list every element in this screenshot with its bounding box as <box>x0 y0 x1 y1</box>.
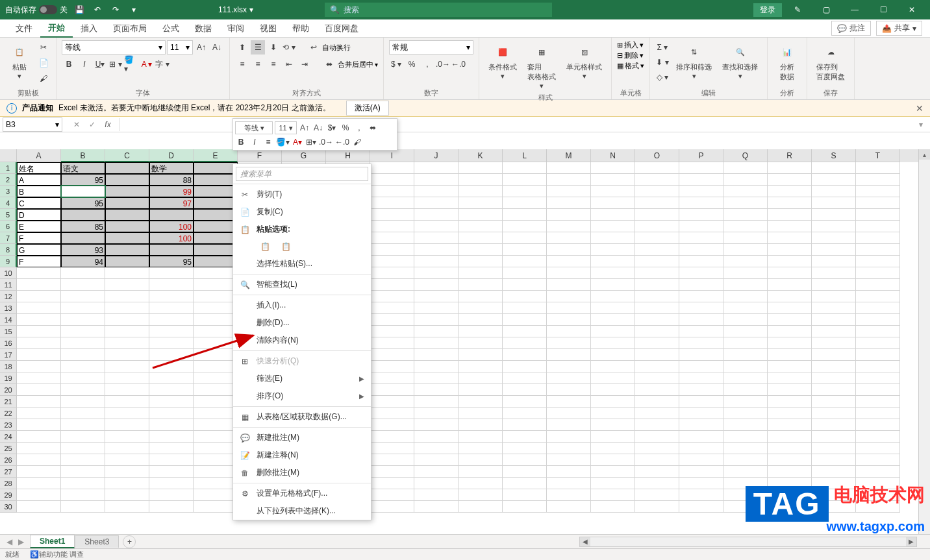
cell[interactable] <box>547 279 591 291</box>
cell[interactable] <box>370 466 414 478</box>
cell[interactable] <box>856 256 900 267</box>
cell[interactable] <box>591 209 635 221</box>
scroll-up-icon[interactable]: ▴ <box>919 149 930 160</box>
cell[interactable] <box>591 291 635 302</box>
cell[interactable] <box>635 232 679 244</box>
cell[interactable] <box>414 279 459 291</box>
italic-button[interactable]: I <box>77 57 92 71</box>
cell[interactable] <box>61 431 105 443</box>
cell[interactable] <box>459 349 503 361</box>
cell[interactable] <box>635 419 679 431</box>
cell[interactable] <box>194 337 238 349</box>
cell[interactable] <box>370 337 414 349</box>
cell[interactable] <box>61 302 105 314</box>
cell[interactable] <box>768 419 812 431</box>
column-header-B[interactable]: B <box>61 149 105 162</box>
cell[interactable] <box>194 232 238 244</box>
cell[interactable] <box>194 372 238 384</box>
cell[interactable] <box>503 291 547 302</box>
cm-filter[interactable]: 筛选(E)▶ <box>233 370 371 387</box>
cell[interactable] <box>105 419 149 431</box>
cell[interactable] <box>635 396 679 408</box>
cell[interactable] <box>768 431 812 443</box>
cell[interactable] <box>459 431 503 443</box>
cell[interactable] <box>635 174 679 186</box>
cell[interactable] <box>194 419 238 431</box>
cell[interactable] <box>768 396 812 408</box>
mini-italic-button[interactable]: I <box>249 136 260 149</box>
cell[interactable] <box>414 326 459 337</box>
cell[interactable] <box>679 326 723 337</box>
cell[interactable]: 88 <box>149 174 194 186</box>
row-header[interactable]: 3 <box>0 186 17 197</box>
cell[interactable] <box>503 162 547 174</box>
cell[interactable] <box>812 302 856 314</box>
cell[interactable] <box>459 267 503 279</box>
cell[interactable] <box>679 454 723 466</box>
tab-formulas[interactable]: 公式 <box>155 20 187 37</box>
cell[interactable] <box>812 454 856 466</box>
row-header[interactable]: 4 <box>0 197 17 209</box>
cell[interactable] <box>812 396 856 408</box>
cell[interactable] <box>768 408 812 419</box>
row-header[interactable]: 24 <box>0 431 17 443</box>
cell[interactable] <box>194 162 238 174</box>
cell[interactable] <box>635 291 679 302</box>
cell[interactable] <box>61 314 105 326</box>
cell[interactable]: G <box>17 244 61 256</box>
row-header[interactable]: 14 <box>0 314 17 326</box>
cell[interactable] <box>856 162 900 174</box>
format-cells-button[interactable]: ▦ 格式 ▾ <box>617 61 644 71</box>
tab-review[interactable]: 审阅 <box>220 20 252 37</box>
cell[interactable] <box>105 221 149 232</box>
cell[interactable] <box>503 244 547 256</box>
cell[interactable] <box>459 326 503 337</box>
paste-option-keep-source[interactable]: 📋 <box>257 238 273 255</box>
cell[interactable] <box>61 186 105 197</box>
column-header-E[interactable]: E <box>194 149 238 162</box>
cell[interactable] <box>812 279 856 291</box>
cell[interactable] <box>414 372 459 384</box>
cell[interactable] <box>370 478 414 489</box>
cm-clear[interactable]: 清除内容(N) <box>233 332 371 349</box>
cell[interactable] <box>679 419 723 431</box>
cell[interactable] <box>61 408 105 419</box>
cell[interactable] <box>768 162 812 174</box>
cell[interactable] <box>105 314 149 326</box>
cell[interactable] <box>856 244 900 256</box>
cell[interactable] <box>635 408 679 419</box>
cell[interactable] <box>414 396 459 408</box>
cell[interactable] <box>547 174 591 186</box>
cm-sort[interactable]: 排序(O)▶ <box>233 387 371 405</box>
autosum-icon[interactable]: Σ ▾ <box>655 40 670 55</box>
cell[interactable] <box>856 314 900 326</box>
cell[interactable] <box>105 244 149 256</box>
cell[interactable] <box>591 372 635 384</box>
cell[interactable] <box>635 256 679 267</box>
cell[interactable] <box>17 478 61 489</box>
tab-data[interactable]: 数据 <box>187 20 220 37</box>
row-header[interactable]: 1 <box>0 162 17 174</box>
cell[interactable] <box>414 361 459 372</box>
cell[interactable] <box>591 349 635 361</box>
context-menu-search[interactable]: 搜索菜单 <box>236 167 368 181</box>
cell[interactable]: 姓名 <box>17 162 61 174</box>
cell[interactable] <box>547 384 591 396</box>
row-header[interactable]: 9 <box>0 256 17 267</box>
cell[interactable] <box>503 372 547 384</box>
cell[interactable] <box>105 431 149 443</box>
cell[interactable] <box>459 408 503 419</box>
cell[interactable] <box>194 489 238 501</box>
cell[interactable] <box>194 314 238 326</box>
cell[interactable] <box>105 197 149 209</box>
cell[interactable] <box>414 174 459 186</box>
cell[interactable] <box>679 279 723 291</box>
row-header[interactable]: 6 <box>0 221 17 232</box>
cm-delete[interactable]: 删除(D)... <box>233 314 371 332</box>
cell[interactable] <box>547 372 591 384</box>
cell[interactable]: C <box>17 197 61 209</box>
column-header-S[interactable]: S <box>812 149 856 162</box>
align-bottom-icon[interactable]: ⬇ <box>266 40 281 55</box>
fill-color-button[interactable]: 🪣 ▾ <box>124 57 138 71</box>
cell[interactable] <box>370 314 414 326</box>
